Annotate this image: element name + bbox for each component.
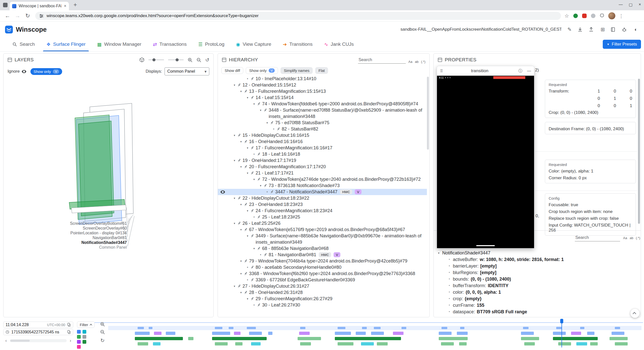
trace-event-bar[interactable] xyxy=(298,337,321,340)
pin-icon[interactable] xyxy=(244,89,248,94)
pin-icon[interactable] xyxy=(257,215,261,219)
site-settings-icon[interactable] xyxy=(39,14,44,18)
tree-row[interactable]: •81 - NavigationBar0#81HWCV xyxy=(218,252,427,258)
reset-zoom-icon[interactable]: ↻ xyxy=(100,337,105,343)
collapse-panel-icon[interactable] xyxy=(222,58,226,62)
trace-event-bar[interactable] xyxy=(135,332,150,335)
copy-icon[interactable] xyxy=(67,323,71,327)
expand-arrow-icon[interactable]: ▾ xyxy=(259,107,263,113)
tree-row[interactable]: ▾68 - 885b63e NavigationBar0#68 xyxy=(218,245,427,252)
tree-row[interactable]: ▾24 - FullscreenMagnification:18:23#24 xyxy=(218,208,427,214)
layer-label[interactable]: PointerLocation - display 0#134 xyxy=(41,231,127,235)
tree-row[interactable]: •10 - ImePlaceholder:13:14#10 xyxy=(218,76,427,82)
layers-3d-view[interactable] xyxy=(4,54,214,317)
layer-label[interactable]: ScreenDecorOverlayBottom#61 xyxy=(41,221,127,226)
trace-event-bar[interactable] xyxy=(153,342,160,345)
trace-event-bar[interactable] xyxy=(441,342,454,345)
tab-protolog[interactable]: ☰ProtoLog xyxy=(192,37,230,51)
tree-row[interactable]: ▾14 - Leaf:15:15#14 xyxy=(218,95,427,101)
trace-type-icon[interactable] xyxy=(77,340,81,344)
expand-arrow-icon[interactable]: ▾ xyxy=(232,195,236,201)
scrollbar-track[interactable] xyxy=(10,339,67,342)
trace-event-bar[interactable] xyxy=(553,337,598,340)
show-only-button[interactable]: Show onlyV xyxy=(246,67,278,74)
trace-event-bar[interactable] xyxy=(229,327,233,329)
trace-event-bar[interactable] xyxy=(215,342,228,345)
flat-button[interactable]: Flat xyxy=(315,67,328,74)
expand-arrow-icon[interactable]: ▾ xyxy=(239,289,243,296)
extension-icon[interactable] xyxy=(582,14,587,18)
new-tab-button[interactable]: + xyxy=(73,1,77,8)
info-icon[interactable]: ⓘ xyxy=(518,68,522,74)
property-row[interactable]: •blurRegions:[empty] xyxy=(434,269,641,276)
drag-handle-icon[interactable]: ⠿ xyxy=(440,69,443,73)
trace-type-icon[interactable] xyxy=(83,335,86,339)
address-bar[interactable]: winscope.teams.x20web.corp.google.com/pr… xyxy=(35,12,561,20)
tree-row[interactable]: •30 - Leaf:26:27#30 xyxy=(218,302,427,308)
pin-icon[interactable] xyxy=(244,228,248,232)
tree-row[interactable]: •3447 - NotificationShade#3447HWCV xyxy=(218,189,427,195)
regex-icon[interactable]: (.*) xyxy=(636,236,640,240)
tree-row[interactable]: ▾22 - HideDisplayCutout:18:23#22 xyxy=(218,195,427,201)
trace-event-bar[interactable] xyxy=(371,332,384,335)
screenshot-overlay-window[interactable]: ⠿ transition ⓘ — 4:11 xyxy=(437,66,534,248)
reload-icon[interactable]: ↻ xyxy=(23,13,33,19)
pin-icon[interactable] xyxy=(237,133,241,138)
theme-toggle-icon[interactable]: ◐ xyxy=(633,27,639,32)
profile-avatar[interactable] xyxy=(608,12,615,19)
hierarchy-search-input[interactable] xyxy=(358,56,406,64)
expand-arrow-icon[interactable]: ▾ xyxy=(232,220,236,227)
tree-row[interactable]: ▾17 - FullscreenMagnification:16:16#17 xyxy=(218,145,427,151)
trace-event-bar[interactable] xyxy=(138,342,148,345)
expand-arrow-icon[interactable]: ▾ xyxy=(239,164,243,170)
trace-event-bar[interactable] xyxy=(521,332,534,335)
pin-icon[interactable] xyxy=(237,284,241,288)
pin-icon[interactable] xyxy=(250,265,254,270)
trace-type-icon[interactable] xyxy=(77,345,81,349)
trace-event-bar[interactable] xyxy=(401,327,406,329)
expand-arrow-icon[interactable]: ▾ xyxy=(239,139,243,145)
tree-row[interactable]: ▾74 - WindowToken{fdddbe6 type=2000 andr… xyxy=(218,101,427,107)
pin-icon[interactable] xyxy=(250,278,254,282)
trace-event-bar[interactable] xyxy=(299,332,310,335)
expand-arrow-icon[interactable]: ▾ xyxy=(232,132,236,139)
trace-event-bar[interactable] xyxy=(460,327,464,329)
trace-event-bar[interactable] xyxy=(580,327,584,329)
tree-row[interactable]: ▾3368 - WindowToken{f6b2f60 type=2024 an… xyxy=(218,271,427,277)
trace-event-bar[interactable] xyxy=(338,342,354,345)
tree-row[interactable]: ▾23 - OneHanded:18:23#23 xyxy=(218,201,427,208)
trace-event-bar[interactable] xyxy=(558,342,571,345)
tree-row[interactable]: •80 - ace6abb SecondaryHomeHandle0#80 xyxy=(218,264,427,271)
match-case-icon[interactable]: Aa xyxy=(623,236,627,240)
hierarchy-scrollbar[interactable] xyxy=(427,77,429,150)
pin-icon[interactable] xyxy=(244,202,248,207)
property-row[interactable]: •bufferTransform:IDENTITY xyxy=(434,282,641,289)
expand-arrow-icon[interactable]: ▾ xyxy=(246,95,250,101)
tree-row[interactable]: ▾28 - OneHanded:26:31#28 xyxy=(218,289,427,296)
bookmark-star-icon[interactable]: ☆ xyxy=(565,13,569,19)
property-row[interactable]: •currFrame:155 xyxy=(434,302,641,309)
expand-arrow-icon[interactable]: ▾ xyxy=(239,258,243,264)
tree-row[interactable]: ▾79 - WindowToken{7046b4a type=2024 andr… xyxy=(218,258,427,264)
expand-arrow-icon[interactable]: ▾ xyxy=(246,170,250,176)
trace-event-bar[interactable] xyxy=(335,337,401,340)
browser-tab[interactable]: Winscope | sandbox-FAI × xyxy=(10,2,69,10)
trace-event-bar[interactable] xyxy=(439,337,467,340)
maximize-icon[interactable]: ▢ xyxy=(629,2,633,7)
pin-icon[interactable] xyxy=(244,140,248,144)
trace-event-bar[interactable] xyxy=(166,332,175,335)
extension-icon[interactable] xyxy=(573,14,578,18)
trace-event-bar[interactable] xyxy=(335,332,351,335)
tree-row[interactable]: ▾26 - Leaf:25:25#26 xyxy=(218,220,427,227)
trace-event-bar[interactable] xyxy=(553,332,566,335)
trace-type-icon[interactable] xyxy=(77,335,81,339)
timeline-cursor[interactable] xyxy=(561,322,562,347)
pin-icon[interactable] xyxy=(270,190,274,194)
expand-timeline-button[interactable] xyxy=(630,309,639,318)
pin-icon[interactable] xyxy=(263,253,267,257)
trace-event-bar[interactable] xyxy=(361,342,374,345)
report-bug-icon[interactable] xyxy=(622,27,628,32)
minimize-icon[interactable]: — xyxy=(619,2,623,7)
pin-icon[interactable] xyxy=(257,246,261,251)
layer-label[interactable]: ScreenDecorOverlay#60 xyxy=(41,226,127,231)
